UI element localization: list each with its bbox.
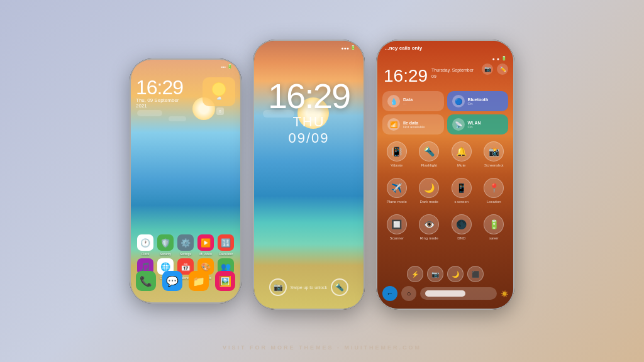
ctrl-mute-label: Mute (457, 163, 465, 167)
cc-top-actions: 📷 ✏️ (482, 63, 508, 75)
app-calculator-icon: 🔢 (218, 234, 234, 251)
ctrl-screen[interactable]: 📱 s screen (447, 178, 476, 204)
ctrl-ringmode-label: Ring mode (420, 236, 438, 240)
ctrl-vibrate-icon: 📳 (387, 141, 407, 162)
ctrl-location-label: Location (487, 200, 501, 204)
status-bar-lock: ●●● 🔋 (254, 41, 364, 55)
ctrl-scanner[interactable]: 🔲 Scanner (382, 214, 411, 240)
lock-status-icons: ●●● 🔋 (341, 45, 356, 50)
ctrl-vibrate-label: Vibrate (391, 163, 402, 167)
tile-bluetooth-sub: On (468, 102, 504, 106)
tile-data-info: Data ··· (403, 97, 439, 106)
ctrl-darkmode[interactable]: 🌙 Dark mode (415, 178, 444, 204)
dock-gallery[interactable]: 🖼️ (215, 271, 235, 291)
app-mivideo-icon: ▶️ (197, 234, 214, 251)
extra-screen-btn[interactable]: ⬛ (467, 266, 484, 282)
notification-dot: 0 (216, 107, 224, 115)
tile-data-title: Data (403, 97, 439, 102)
lock-date: 09/09 (254, 130, 364, 146)
cc-camera-btn[interactable]: 📷 (482, 63, 493, 75)
ctrl-vibrate[interactable]: 📳 Vibrate (382, 141, 411, 167)
phone-lock: ●●● 🔋 16:29 THU 09/09 📷 Swipe up to unlo… (253, 40, 365, 310)
lock-signal-icon: ●●● (341, 46, 349, 50)
watermark: VISIT FOR MORE THEMES - MIUITHEMER.COM (0, 344, 644, 351)
ctrl-flashlight[interactable]: 🔦 Flashlight (415, 141, 444, 167)
tile-wlan[interactable]: 📡 WLAN On (447, 114, 509, 134)
phone-home-frame: ▪▪▪ 🔋 16:29 Thu, 09 September 2021 ☁️ 0 (130, 58, 242, 304)
nav-home-btn[interactable]: ○ (401, 286, 416, 301)
extra-camera-btn[interactable]: 📷 (427, 266, 443, 282)
phone-control-frame: ...ncy calls only ● ● 🔋 16:29 Thursday, … (376, 40, 514, 310)
status-icons-home: ▪▪▪ 🔋 (221, 64, 233, 69)
tile-mobile[interactable]: 📶 ile data Not available (382, 114, 444, 134)
cc-wifi-icon: ● (497, 57, 499, 61)
app-calculator[interactable]: 🔢 Calculator (218, 234, 234, 256)
app-mivideo[interactable]: ▶️ Mi Video (197, 234, 214, 256)
ctrl-location-icon: 📍 (484, 178, 504, 198)
ctrl-ringmode[interactable]: 👁️ Ring mode (415, 214, 444, 240)
brightness-bar[interactable] (420, 287, 497, 300)
dock-messages[interactable]: 💬 (162, 271, 182, 291)
extra-icons-row: ⚡ 📷 🌙 ⬛ (382, 266, 508, 282)
tile-data-icon: 💧 (387, 95, 400, 107)
lock-battery-icon: 🔋 (350, 45, 356, 50)
extra-lightning-btn[interactable]: ⚡ (407, 266, 423, 282)
status-bar-home: ▪▪▪ 🔋 (131, 60, 240, 74)
ctrl-location[interactable]: 📍 Location (480, 178, 509, 204)
app-security[interactable]: 🛡️ Security (157, 234, 174, 256)
wifi-icon: 🔋 (227, 64, 233, 69)
extra-moon-btn[interactable]: 🌙 (447, 266, 464, 282)
lock-swipe-area[interactable]: Swipe up to unlock (291, 285, 328, 290)
cc-status-text: ...ncy calls only (385, 45, 422, 51)
lock-swipe-text: Swipe up to unlock (291, 285, 328, 290)
tile-mobile-sub: Not available (403, 125, 439, 129)
ctrl-darkmode-label: Dark mode (420, 200, 438, 204)
home-clock-time: 16:29 (136, 77, 183, 97)
ctrl-airplane-icon: ✈️ (387, 178, 407, 198)
ctrl-saver[interactable]: 🔋 saver (480, 214, 509, 240)
app-clock[interactable]: 🕐 Clock (137, 234, 153, 256)
ctrl-screen-label: s screen (454, 200, 469, 204)
cloud-1 (137, 110, 162, 116)
ctrl-mute[interactable]: 🔔 Mute (447, 141, 476, 167)
dock-files[interactable]: 📁 (189, 271, 209, 291)
ctrl-screenshot[interactable]: 📸 Screenshot (480, 141, 509, 167)
tile-mobile-info: ile data Not available (403, 121, 439, 129)
tile-data-sub: ··· (403, 102, 439, 106)
tile-wlan-sub: On (468, 125, 504, 129)
app-settings-label: Settings (180, 252, 191, 256)
cc-time: 16:29 (384, 67, 428, 85)
app-mivideo-label: Mi Video (199, 252, 211, 256)
nav-back-btn[interactable]: ← (382, 286, 397, 301)
ctrl-dnd[interactable]: 🌑 DND (447, 214, 476, 240)
wallpaper-home: ▪▪▪ 🔋 16:29 Thu, 09 September 2021 ☁️ 0 (131, 60, 240, 302)
tile-wlan-info: WLAN On (468, 121, 504, 129)
lock-camera-btn[interactable]: 📷 (269, 278, 287, 296)
ctrl-screenshot-icon: 📸 (484, 141, 504, 162)
app-settings[interactable]: ⚙️ Settings (177, 234, 194, 256)
clock-widget: 16:29 Thu, 09 September 2021 (136, 77, 183, 109)
cc-battery-icon: 🔋 (501, 56, 507, 61)
home-clock-date: Thu, 09 September (136, 97, 183, 103)
app-clock-label: Clock (142, 252, 150, 256)
app-row-1: 🕐 Clock 🛡️ Security ⚙️ Settings ▶️ Mi Vi… (136, 234, 235, 256)
ctrl-saver-icon: 🔋 (484, 214, 504, 234)
wallpaper-control: ...ncy calls only ● ● 🔋 16:29 Thursday, … (377, 41, 513, 309)
cc-date-col: Thursday, September 09 (431, 67, 474, 80)
dock-phone[interactable]: 📞 (136, 271, 156, 291)
lock-flashlight-btn[interactable]: 🔦 (331, 278, 348, 296)
tile-bluetooth[interactable]: 🔵 Bluetooth On (447, 91, 509, 111)
phone-control: ...ncy calls only ● ● 🔋 16:29 Thursday, … (376, 40, 514, 310)
tile-bluetooth-info: Bluetooth On (468, 97, 504, 106)
ctrl-airplane[interactable]: ✈️ Plane mode (382, 178, 411, 204)
ctrl-flashlight-icon: 🔦 (419, 141, 439, 162)
lock-day: THU (254, 114, 364, 130)
tile-data[interactable]: 💧 Data ··· (382, 91, 444, 111)
status-bar-control: ...ncy calls only ● ● 🔋 (377, 41, 513, 55)
cc-status-icons: ● ● 🔋 (492, 56, 507, 61)
ctrl-dnd-label: DND (457, 236, 465, 240)
signal-icon: ▪▪▪ (221, 65, 226, 69)
cc-edit-btn[interactable]: ✏️ (497, 63, 508, 75)
quick-tiles: 💧 Data ··· 🔵 Bluetooth On (382, 91, 508, 134)
ctrl-flashlight-label: Flashlight (421, 163, 437, 167)
